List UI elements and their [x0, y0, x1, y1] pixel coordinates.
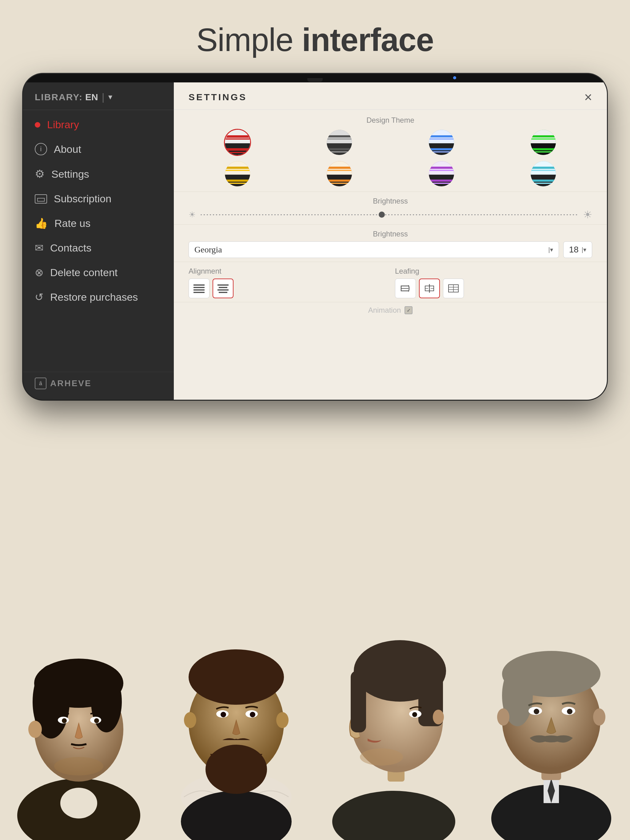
brightness-section: Brightness ☀ ☀: [174, 192, 607, 225]
brand-logo-icon: ā: [35, 377, 46, 389]
delete-label: Delete content: [50, 267, 117, 279]
svg-rect-39: [225, 183, 251, 184]
library-header[interactable]: LIBRARY: EN | ▾: [23, 82, 174, 110]
sidebar-item-rate[interactable]: 👍 Rate us: [23, 211, 174, 235]
portrait-4: [473, 539, 630, 840]
align-left-icon: [193, 284, 204, 293]
svg-rect-71: [219, 292, 227, 293]
sidebar-item-about[interactable]: i About: [23, 137, 174, 161]
sidebar-item-restore[interactable]: ↺ Restore purchases: [23, 285, 174, 309]
slider-track[interactable]: [201, 214, 578, 215]
animation-section: Animation ✓: [174, 302, 607, 318]
svg-rect-66: [193, 289, 204, 291]
leaf-right-icon: [400, 283, 411, 294]
svg-rect-28: [531, 135, 557, 137]
settings-header: SETTINGS ×: [174, 82, 607, 110]
theme-teal[interactable]: [530, 160, 557, 187]
tablet-topbar: [23, 74, 607, 82]
theme-red[interactable]: [224, 129, 251, 156]
settings-label: Settings: [51, 168, 89, 180]
svg-point-92: [54, 757, 103, 775]
svg-rect-46: [327, 180, 353, 182]
svg-point-127: [593, 708, 605, 726]
svg-rect-5: [225, 138, 251, 140]
alignment-group: Alignment: [188, 267, 386, 298]
animation-checkbox[interactable]: ✓: [405, 306, 413, 314]
theme-blue[interactable]: [428, 129, 455, 156]
sidebar-item-library[interactable]: Library: [23, 112, 174, 137]
sidebar: LIBRARY: EN | ▾ Library i About ⚙ Settin…: [23, 82, 174, 400]
svg-point-97: [188, 649, 284, 705]
font-size-selector[interactable]: 18 |▾: [563, 242, 592, 258]
svg-rect-20: [429, 135, 455, 137]
svg-point-87: [28, 721, 42, 738]
headline-bold: interface: [302, 22, 434, 58]
svg-rect-29: [531, 138, 557, 140]
slider-thumb[interactable]: [379, 212, 385, 218]
svg-point-103: [184, 712, 196, 728]
leaf-center-icon: [424, 283, 435, 294]
library-lang: EN: [85, 92, 98, 103]
settings-title: SETTINGS: [188, 92, 247, 103]
svg-rect-31: [531, 151, 557, 153]
theme-dark-svg: [327, 130, 353, 156]
font-section: Brightness Georgia |▾ 18 |▾: [174, 225, 607, 262]
portraits-section: [0, 539, 630, 840]
svg-rect-70: [217, 289, 229, 291]
close-button[interactable]: ×: [584, 90, 592, 104]
theme-red-svg: [225, 130, 251, 156]
restore-icon: ↺: [35, 291, 43, 303]
subscription-label: Subscription: [54, 193, 111, 205]
svg-rect-6: [225, 148, 251, 151]
design-theme-label: Design Theme: [188, 116, 592, 125]
info-icon: i: [35, 143, 47, 155]
svg-point-112: [412, 712, 417, 717]
svg-rect-14: [327, 148, 353, 150]
align-left-btn[interactable]: [188, 279, 209, 298]
theme-green-svg: [531, 130, 557, 156]
svg-point-81: [60, 788, 97, 818]
dropdown-arrow-icon[interactable]: ▾: [108, 92, 112, 102]
theme-yellow[interactable]: [224, 160, 251, 187]
theme-green[interactable]: [530, 129, 557, 156]
align-leaf-section: Alignment: [174, 262, 607, 302]
leaf-right-btn[interactable]: [395, 279, 416, 298]
portrait-2-svg: [162, 563, 310, 840]
svg-point-100: [220, 712, 226, 717]
svg-rect-23: [429, 151, 455, 153]
portrait-1: [0, 539, 157, 840]
svg-point-91: [94, 718, 99, 723]
leaf-center-btn[interactable]: [419, 279, 440, 298]
svg-rect-67: [193, 292, 204, 293]
theme-dark[interactable]: [326, 129, 353, 156]
portrait-4-svg: [477, 563, 625, 840]
svg-rect-7: [225, 152, 251, 153]
theme-purple[interactable]: [428, 160, 455, 187]
font-name-selector[interactable]: Georgia |▾: [188, 242, 559, 258]
design-theme-section: Design Theme: [174, 110, 607, 192]
thumbs-up-icon: 👍: [35, 217, 47, 229]
svg-rect-52: [429, 167, 455, 169]
svg-rect-62: [531, 180, 557, 182]
theme-orange-svg: [327, 161, 353, 187]
portrait-2: [157, 539, 315, 840]
svg-rect-47: [327, 183, 353, 184]
svg-point-102: [250, 712, 255, 717]
theme-orange[interactable]: [326, 160, 353, 187]
sidebar-item-delete[interactable]: ⊗ Delete content: [23, 260, 174, 285]
align-center-btn[interactable]: [212, 279, 233, 298]
svg-rect-21: [429, 138, 455, 140]
library-dot-icon: [35, 122, 40, 128]
sidebar-item-subscription[interactable]: ▭ Subscription: [23, 186, 174, 211]
theme-blue-svg: [429, 130, 455, 156]
font-dropdown-icon: |▾: [548, 246, 553, 253]
sidebar-item-contacts[interactable]: ✉ Contacts: [23, 235, 174, 260]
svg-rect-109: [351, 671, 366, 733]
sidebar-item-settings[interactable]: ⚙ Settings: [23, 161, 174, 186]
settings-panel: SETTINGS × Design Theme: [174, 82, 607, 400]
svg-rect-64: [193, 284, 204, 286]
theme-teal-svg: [531, 161, 557, 187]
leaf-split-btn[interactable]: [443, 279, 464, 298]
svg-rect-69: [219, 287, 227, 288]
brightness-label: Brightness: [188, 197, 592, 205]
